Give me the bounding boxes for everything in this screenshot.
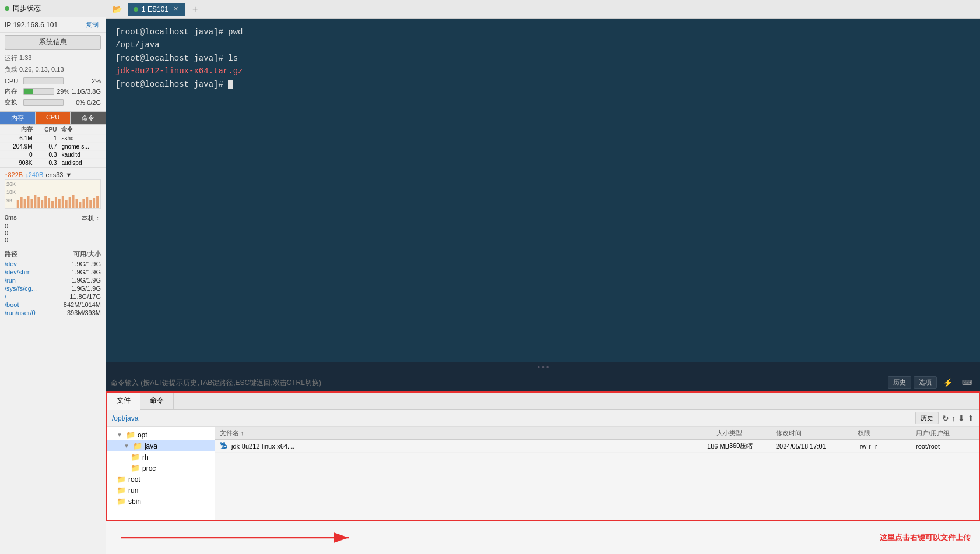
terminal-prompt: [root@localhost java]# [115, 80, 228, 89]
col-size[interactable]: 大小 [689, 429, 729, 437]
file-tab-cmd[interactable]: 命令 [140, 393, 174, 409]
tab-cpu[interactable]: CPU [36, 112, 71, 124]
folder-proc-icon: 📁 [131, 464, 140, 472]
col-owner[interactable]: 用户/用户组 [916, 429, 974, 437]
tab-cmd[interactable]: 命令 [71, 112, 106, 124]
svg-rect-17 [76, 199, 78, 209]
tree-item-sbin[interactable]: 📁 sbin [107, 496, 215, 507]
disk-row: /run1.9G/1.9G [0, 276, 106, 284]
options-button[interactable]: 选项 [914, 376, 937, 389]
disk-space: 1.9G/1.9G [71, 269, 101, 276]
disk-path: /dev/shm [5, 269, 31, 276]
tab-close-button[interactable]: ✕ [172, 5, 180, 13]
proc-mem: 204.9M [0, 143, 35, 151]
net-download: ↓240B [25, 171, 43, 178]
process-table: 内存 CPU 命令 6.1M1sshd204.9M0.7gnome-s...00… [0, 125, 106, 167]
svg-rect-22 [93, 198, 95, 209]
col-mtime[interactable]: 修改时间 [776, 429, 858, 437]
sys-info-button[interactable]: 系统信息 [5, 35, 101, 50]
annotation-text: 这里点击右键可以文件上传 [880, 532, 971, 543]
svg-rect-7 [41, 200, 43, 209]
swap-row: 交换 0% 0/2G [0, 97, 106, 108]
terminal-tab[interactable]: 1 ES101 ✕ [128, 3, 185, 16]
tree-item-root[interactable]: 📁 root [107, 474, 215, 485]
disk-path: /boot [5, 301, 19, 308]
ip-row: IP 192.168.6.101 复制 [0, 17, 106, 33]
disk-col-space: 可用/大小 [73, 250, 101, 259]
upload-icon[interactable]: ⬆ [967, 414, 974, 423]
file-type: 360压缩 [729, 442, 776, 450]
tree-label-root: root [128, 475, 140, 484]
table-row: 908K0.3audispd [0, 159, 106, 167]
resource-section: CPU 2% 内存 29% 1.1G/3.8G 交换 0% 0/2G [0, 75, 106, 109]
disk-space: 1.9G/1.9G [71, 285, 101, 292]
svg-rect-4 [30, 199, 33, 209]
disk-path: /run [5, 277, 16, 284]
folder-sbin-icon: 📁 [117, 497, 126, 506]
proc-mem: 6.1M [0, 135, 35, 143]
svg-rect-2 [24, 199, 26, 209]
latency-detail: 本机： [82, 214, 101, 223]
file-toolbar-icons: ↻ ↑ ⬇ ⬆ [942, 414, 974, 423]
cmd-right-buttons: 历史 选项 ⚡ ⌨ [888, 376, 975, 389]
file-tabs: 文件 命令 [107, 393, 979, 410]
file-toolbar: /opt/java 历史 ↻ ↑ ⬇ ⬆ [107, 410, 979, 427]
history-button[interactable]: 历史 [888, 376, 911, 389]
copy-ip-button[interactable]: 复制 [83, 20, 101, 30]
folder-icon-button[interactable]: 📂 [108, 3, 125, 15]
latency-label: 0ms [5, 214, 17, 223]
file-tree: ▼ 📁 opt ▼ 📁 java 📁 rh 📁 [107, 427, 215, 520]
chart-label-9k: 9K [6, 197, 13, 203]
svg-rect-15 [69, 197, 71, 209]
tab-mem[interactable]: 内存 [0, 112, 36, 124]
download-icon[interactable]: ⬇ [958, 414, 965, 423]
col-type[interactable]: 类型 [729, 429, 776, 437]
mem-bar-wrap [23, 88, 54, 95]
svg-rect-8 [44, 196, 47, 209]
latency-row: 0ms 本机： [5, 214, 101, 223]
tree-item-opt[interactable]: ▼ 📁 opt [107, 429, 215, 440]
file-history-button[interactable]: 历史 [915, 412, 939, 424]
file-tab-files[interactable]: 文件 [107, 393, 140, 410]
svg-rect-1 [20, 197, 23, 209]
col-perm[interactable]: 权限 [858, 429, 916, 437]
refresh-icon[interactable]: ↻ [942, 414, 949, 423]
net-dropdown[interactable]: ▼ [65, 171, 72, 178]
proc-cmd: audispd [59, 159, 106, 167]
net-header: ↑822B ↓240B ens33 ▼ [0, 170, 106, 179]
terminal-line: [root@localhost java]# ls [115, 52, 971, 65]
swap-label: 交换 [5, 98, 21, 107]
tree-label-run: run [128, 486, 138, 495]
cpu-label: CPU [5, 77, 21, 84]
lightning-icon-button[interactable]: ⚡ [939, 376, 956, 389]
system-load: 负载 0.26, 0.13, 0.13 [0, 64, 106, 75]
cpu-bar [24, 78, 24, 84]
file-list-row[interactable]: 🗜 jdk-8u212-linux-x64.... 186 MB 360压缩 2… [215, 440, 979, 453]
folder-root-icon: 📁 [117, 475, 126, 484]
new-tab-button[interactable]: + [188, 3, 202, 16]
proc-header-cpu: CPU [35, 125, 59, 135]
svg-rect-18 [79, 202, 81, 209]
mem-label: 内存 [5, 87, 21, 96]
latency-val-3: 0 [5, 237, 101, 244]
swap-bar-wrap [23, 99, 64, 106]
command-input[interactable] [111, 379, 883, 387]
tree-item-run[interactable]: 📁 run [107, 485, 215, 496]
extra-icon-button[interactable]: ⌨ [958, 376, 975, 389]
zip-file-icon: 🗜 [220, 442, 227, 450]
file-owner: root/root [916, 443, 974, 450]
process-table-wrap: 内存 CPU 命令 6.1M1sshd204.9M0.7gnome-s...00… [0, 125, 106, 167]
lat-val-3: 0 [5, 237, 8, 244]
mem-row: 内存 29% 1.1G/3.8G [0, 86, 106, 97]
folder-opt-icon: 📁 [126, 431, 135, 439]
terminal-output: [root@localhost java]# pwd/opt/java[root… [106, 19, 980, 362]
tree-item-proc[interactable]: 📁 proc [107, 463, 215, 474]
tree-item-rh[interactable]: 📁 rh [107, 451, 215, 463]
col-name[interactable]: 文件名 ↑ [220, 429, 689, 437]
file-manager-panel: 文件 命令 /opt/java 历史 ↻ ↑ ⬇ ⬆ ▼ [106, 391, 980, 521]
mem-bar [24, 89, 33, 94]
tree-item-java[interactable]: ▼ 📁 java [107, 440, 215, 451]
svg-rect-23 [96, 196, 99, 209]
up-icon[interactable]: ↑ [951, 414, 956, 423]
proc-cpu: 1 [35, 135, 59, 143]
